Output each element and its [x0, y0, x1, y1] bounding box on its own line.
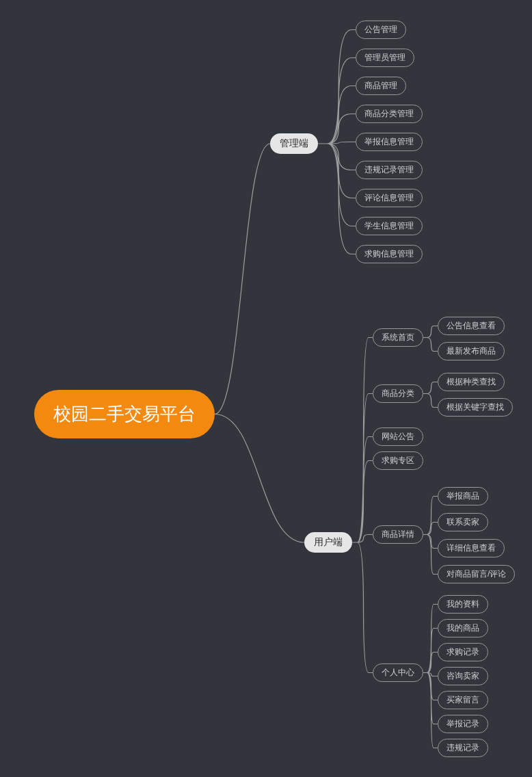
- sub-user-3: 求购专区: [373, 451, 423, 470]
- leaf-detail-2: 详细信息查看: [438, 539, 505, 557]
- leaf-detail-3: 对商品留言/评论: [438, 565, 515, 583]
- leaf-me-3: 咨询卖家: [438, 667, 488, 685]
- leaf-home-0: 公告信息查看: [438, 317, 505, 335]
- leaf-admin-1: 管理员管理: [356, 49, 414, 67]
- leaf-home-1: 最新发布商品: [438, 342, 505, 360]
- leaf-me-4: 买家留言: [438, 691, 488, 709]
- sub-user-5: 个人中心: [373, 663, 423, 682]
- leaf-admin-2: 商品管理: [356, 77, 406, 95]
- leaf-me-0: 我的资料: [438, 595, 488, 614]
- leaf-admin-0: 公告管理: [356, 21, 406, 39]
- leaf-me-1: 我的商品: [438, 619, 488, 637]
- leaf-admin-8: 求购信息管理: [356, 245, 423, 263]
- sub-user-2: 网站公告: [373, 427, 423, 446]
- leaf-me-6: 违规记录: [438, 739, 488, 757]
- leaf-admin-3: 商品分类管理: [356, 105, 423, 123]
- leaf-detail-0: 举报商品: [438, 487, 488, 505]
- leaf-me-5: 举报记录: [438, 715, 488, 733]
- sub-user-1: 商品分类: [373, 384, 423, 403]
- leaf-admin-6: 评论信息管理: [356, 189, 423, 207]
- leaf-admin-4: 举报信息管理: [356, 133, 423, 151]
- branch-admin: 管理端: [270, 133, 318, 154]
- root-node: 校园二手交易平台: [34, 390, 215, 438]
- leaf-cat-0: 根据种类查找: [438, 373, 505, 391]
- sub-user-0: 系统首页: [373, 328, 423, 347]
- leaf-cat-1: 根据关键字查找: [438, 398, 513, 417]
- leaf-admin-7: 学生信息管理: [356, 217, 423, 235]
- branch-user: 用户端: [304, 532, 352, 553]
- leaf-me-2: 求购记录: [438, 643, 488, 661]
- leaf-admin-5: 违规记录管理: [356, 161, 423, 179]
- sub-user-4: 商品详情: [373, 525, 423, 544]
- leaf-detail-1: 联系卖家: [438, 513, 488, 531]
